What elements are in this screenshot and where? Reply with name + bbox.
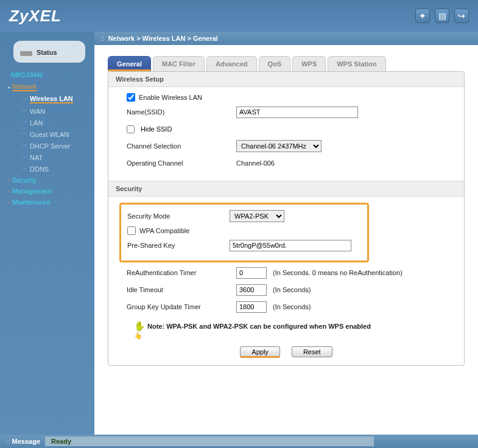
tab-wps[interactable]: WPS <box>292 56 326 71</box>
sidebar-item-dhcp-server[interactable]: ⋯DHCP Server <box>13 140 94 152</box>
expand-icon: ▫ <box>6 177 12 184</box>
logo: ZyXEL <box>9 7 62 26</box>
sidebar-item-security[interactable]: ▫Security <box>0 175 94 186</box>
hide-ssid-label: Hide SSID <box>141 125 172 133</box>
reauth-label: ReAuthentication Timer <box>127 269 236 276</box>
channel-selection-label: Channel Selection <box>127 142 236 150</box>
note-text: Note: WPA-PSK and WPA2-PSK can be config… <box>147 323 371 330</box>
doc-icon[interactable]: ▤ <box>435 9 449 23</box>
operating-channel-value: Channel-006 <box>236 159 275 167</box>
tab-advanced[interactable]: Advanced <box>206 56 257 71</box>
sidebar: Status NBG334W ▪ Network ⋯Wireless LAN ⋯… <box>0 32 94 448</box>
expand-icon: ▫ <box>6 188 12 195</box>
sidebar-item-maintenance[interactable]: ▫Maintenance <box>0 197 94 208</box>
sidebar-item-nat[interactable]: ⋯NAT <box>13 152 94 163</box>
status-label: Status <box>37 49 57 56</box>
security-mode-label: Security Mode <box>127 212 230 220</box>
ssid-label: Name(SSID) <box>127 108 236 116</box>
expand-icon: ▫ <box>6 199 12 206</box>
sidebar-item-label: Maintenance <box>12 198 51 206</box>
device-name: NBG334W <box>0 69 94 81</box>
psk-input[interactable] <box>230 240 351 251</box>
app-header: ZyXEL ✦ ▤ ↪ <box>0 0 478 32</box>
psk-label: Pre-Shared Key <box>127 242 230 249</box>
sidebar-item-ddns[interactable]: ⋯DDNS <box>13 163 94 175</box>
sidebar-item-label: DDNS <box>30 166 49 173</box>
sidebar-item-label: Guest WLAN <box>30 131 69 138</box>
idle-input[interactable] <box>236 284 267 296</box>
footer-bar: :: Message Ready <box>0 435 478 448</box>
reauth-hint: (In Seconds. 0 means no ReAuthentication… <box>273 269 402 276</box>
apply-button[interactable]: Apply <box>240 346 280 358</box>
enable-wlan-checkbox[interactable] <box>127 93 135 102</box>
sidebar-item-label: DHCP Server <box>30 142 70 150</box>
sidebar-item-management[interactable]: ▫Management <box>0 186 94 197</box>
sidebar-item-label: Network <box>12 83 37 90</box>
note-icon: 👆 <box>134 321 144 332</box>
channel-selection-select[interactable]: Channel-06 2437MHz <box>236 140 322 152</box>
sidebar-item-wan[interactable]: ⋯WAN <box>13 105 94 117</box>
footer-message-text: Ready <box>45 436 374 446</box>
breadcrumb: :: Network > Wireless LAN > General <box>94 32 478 45</box>
gkey-label: Group Key Update Timer <box>127 303 236 310</box>
tab-mac-filter[interactable]: MAC Filter <box>153 56 205 71</box>
idle-label: Idle Timeout <box>127 286 236 293</box>
router-icon <box>19 49 33 56</box>
sidebar-item-network[interactable]: ▪ Network <box>0 81 94 93</box>
hide-ssid-checkbox[interactable] <box>127 125 135 133</box>
collapse-icon: ▪ <box>6 84 12 91</box>
sidebar-item-label: Management <box>12 187 51 195</box>
enable-wlan-label: Enable Wireless LAN <box>139 94 202 101</box>
status-block[interactable]: Status <box>13 41 85 63</box>
tab-qos[interactable]: QoS <box>259 56 291 71</box>
tab-wps-station[interactable]: WPS Station <box>328 56 385 71</box>
sidebar-item-label: LAN <box>30 119 43 127</box>
sidebar-item-label: Security <box>12 177 37 184</box>
sidebar-item-label: NAT <box>30 154 43 161</box>
operating-channel-label: Operating Channel <box>127 159 236 167</box>
sidebar-item-guest-wlan[interactable]: ⋯Guest WLAN <box>13 128 94 140</box>
section-title-wireless: Wireless Setup <box>108 72 464 87</box>
ssid-input[interactable] <box>236 107 358 118</box>
footer-message-label: Message <box>12 438 40 445</box>
reauth-input[interactable] <box>236 267 267 279</box>
security-highlight-box: Security Mode WPA2-PSK WPA Compatible Pr… <box>119 203 369 262</box>
sidebar-item-label: WAN <box>30 108 45 115</box>
breadcrumb-text: Network > Wireless LAN > General <box>108 35 218 42</box>
security-mode-select[interactable]: WPA2-PSK <box>230 210 284 222</box>
tab-general[interactable]: General <box>108 56 151 71</box>
logout-icon[interactable]: ↪ <box>454 9 469 23</box>
wpa-compatible-checkbox[interactable] <box>127 226 136 235</box>
sidebar-item-wireless-lan[interactable]: ⋯Wireless LAN <box>13 93 94 105</box>
gkey-input[interactable] <box>236 301 267 313</box>
sidebar-item-lan[interactable]: ⋯LAN <box>13 117 94 128</box>
idle-hint: (In Seconds) <box>273 286 311 293</box>
gkey-hint: (In Seconds) <box>273 303 311 310</box>
sidebar-item-label: Wireless LAN <box>30 95 73 102</box>
reset-button[interactable]: Reset <box>292 346 332 357</box>
tabs: General MAC Filter Advanced QoS WPS WPS … <box>108 56 465 71</box>
header-icons: ✦ ▤ ↪ <box>415 9 469 23</box>
main-content: :: Network > Wireless LAN > General Gene… <box>94 32 478 448</box>
wizard-icon[interactable]: ✦ <box>415 9 430 23</box>
wpa-compatible-label: WPA Compatible <box>139 227 189 234</box>
settings-panel: Wireless Setup Enable Wireless LAN Name(… <box>108 71 465 366</box>
section-title-security: Security <box>108 181 464 197</box>
